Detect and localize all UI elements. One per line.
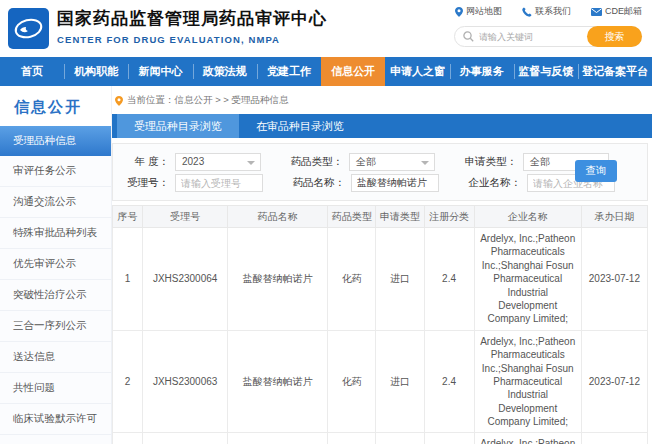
filter-row-2: 受理号： 药品名称： 企业名称： xyxy=(117,173,643,193)
table-cell: 2023-07-12 xyxy=(581,228,647,331)
table-cell: 进口 xyxy=(376,330,424,433)
tab-accepted-catalog[interactable]: 受理品种目录浏览 xyxy=(117,114,239,138)
year-label: 年 度： xyxy=(117,155,169,169)
acceptance-no-input[interactable] xyxy=(175,174,263,192)
year-select-value: 2023 xyxy=(182,156,204,167)
table-cell: 1 xyxy=(113,228,143,331)
nav-item[interactable]: 信息公开 xyxy=(321,57,385,86)
mail-icon xyxy=(591,8,602,16)
contact-link[interactable]: 联系我们 xyxy=(522,5,571,18)
drug-name-input[interactable] xyxy=(351,174,439,192)
search-icon xyxy=(463,31,474,42)
cde-mail-link[interactable]: CDE邮箱 xyxy=(591,5,642,18)
nav-item[interactable]: 办事服务 xyxy=(450,57,514,86)
table-cell: 盐酸替纳帕诺片 xyxy=(228,228,328,331)
nav-item[interactable]: 政策法规 xyxy=(193,57,257,86)
table-column-header: 注册分类 xyxy=(424,206,474,228)
sidebar-title: 信息公开 xyxy=(0,86,111,126)
tabbar: 受理品种目录浏览 在审品种目录浏览 xyxy=(112,114,652,138)
nav-item[interactable]: 首页 xyxy=(0,57,64,86)
company-name-label: 企业名称： xyxy=(463,176,521,190)
drug-type-select-value: 全部 xyxy=(356,156,376,167)
result-table: 序号受理号药品名称药品类型申请类型注册分类企业名称承办日期 1JXHS23000… xyxy=(112,205,648,444)
sidebar-item[interactable]: 突破性治疗公示 xyxy=(0,280,111,311)
nav-item[interactable]: 监督与反馈 xyxy=(514,57,578,86)
table-cell: JXHS2300064 xyxy=(143,228,228,331)
table-cell: Ardelyx, Inc.;Patheon Pharmaceuticals In… xyxy=(474,228,581,331)
chevron-down-icon xyxy=(247,161,255,165)
table-row: 1JXHS2300064盐酸替纳帕诺片化药进口2.4Ardelyx, Inc.;… xyxy=(113,228,648,331)
location-icon xyxy=(455,7,463,17)
drug-type-label: 药品类型： xyxy=(285,155,343,169)
sidebar-item[interactable]: 审评任务公示 xyxy=(0,156,111,187)
table-cell: JXHS2300063 xyxy=(143,330,228,433)
apply-type-select-value: 全部 xyxy=(530,156,550,167)
site-title-block: 国家药品监督管理局药品审评中心 CENTER FOR DRUG EVALUATI… xyxy=(57,7,327,45)
quick-links: 网站地图 联系我们 CDE邮箱 xyxy=(412,5,642,18)
sidebar-item[interactable]: 优先审评公示 xyxy=(0,249,111,280)
year-select[interactable]: 2023 xyxy=(175,153,261,171)
nav-item[interactable]: 机构职能 xyxy=(64,57,128,86)
nav-item[interactable]: 党建工作 xyxy=(257,57,321,86)
breadcrumb-pin-icon xyxy=(115,96,123,106)
sitemap-link[interactable]: 网站地图 xyxy=(455,5,502,18)
search-button[interactable]: 搜索 xyxy=(587,26,642,47)
table-cell: 进口 xyxy=(376,228,424,331)
sidebar-item[interactable]: 三合一序列公示 xyxy=(0,311,111,342)
table-cell: 盐酸替纳帕诺片 xyxy=(228,330,328,433)
nmpa-logo[interactable] xyxy=(8,8,49,49)
table-cell: 2 xyxy=(113,330,143,433)
header-right: 网站地图 联系我们 CDE邮箱 xyxy=(412,5,642,47)
table-column-header: 受理号 xyxy=(143,206,228,228)
site-search: 搜索 xyxy=(454,26,642,47)
table-cell: 盐酸替纳帕诺片 xyxy=(228,433,328,444)
table-cell: 化药 xyxy=(328,330,376,433)
sidebar-item[interactable]: 临床试验默示许可 xyxy=(0,404,111,435)
search-input[interactable] xyxy=(479,27,584,46)
nav-item[interactable]: 登记备案平台 xyxy=(578,57,652,86)
sitemap-label: 网站地图 xyxy=(466,5,502,18)
apply-type-label: 申请类型： xyxy=(459,155,517,169)
table-cell: 2.4 xyxy=(424,433,474,444)
tab-under-review-catalog[interactable]: 在审品种目录浏览 xyxy=(239,114,361,138)
table-cell: 进口 xyxy=(376,433,424,444)
sidebar-item[interactable]: 共性问题 xyxy=(0,373,111,404)
sidebar: 信息公开 受理品种信息审评任务公示沟通交流公示特殊审批品种列表优先审评公示突破性… xyxy=(0,86,112,444)
table-cell: 2.4 xyxy=(424,228,474,331)
chevron-down-icon xyxy=(421,161,429,165)
table-cell: 2.4 xyxy=(424,330,474,433)
sidebar-list: 受理品种信息审评任务公示沟通交流公示特殊审批品种列表优先审评公示突破性治疗公示三… xyxy=(0,126,111,444)
breadcrumb: 当前位置：信息公开 > > 受理品种信息 xyxy=(112,86,652,114)
table-body: 1JXHS2300064盐酸替纳帕诺片化药进口2.4Ardelyx, Inc.;… xyxy=(113,228,648,444)
page: 国家药品监督管理局药品审评中心 CENTER FOR DRUG EVALUATI… xyxy=(0,0,652,444)
table-column-header: 药品名称 xyxy=(228,206,328,228)
sidebar-item[interactable]: 特殊审批品种列表 xyxy=(0,218,111,249)
filter-panel: 年 度： 2023 药品类型： 全部 申请类型： 全部 xyxy=(112,143,648,201)
table-cell: JXHS2300062 xyxy=(143,433,228,444)
acceptance-no-label: 受理号： xyxy=(117,176,169,190)
table-header-row: 序号受理号药品名称药品类型申请类型注册分类企业名称承办日期 xyxy=(113,206,648,228)
main-content: 当前位置：信息公开 > > 受理品种信息 受理品种目录浏览 在审品种目录浏览 年… xyxy=(112,86,652,444)
table-cell: 化药 xyxy=(328,228,376,331)
main-nav: 首页机构职能新闻中心政策法规党建工作信息公开申请人之窗办事服务监督与反馈登记备案… xyxy=(0,57,652,86)
drug-type-select[interactable]: 全部 xyxy=(349,153,435,171)
contact-label: 联系我们 xyxy=(535,5,571,18)
table-column-header: 申请类型 xyxy=(376,206,424,228)
table-column-header: 序号 xyxy=(113,206,143,228)
nav-item[interactable]: 申请人之窗 xyxy=(385,57,449,86)
table-row: 2JXHS2300063盐酸替纳帕诺片化药进口2.4Ardelyx, Inc.;… xyxy=(113,330,648,433)
query-button[interactable]: 查询 xyxy=(575,160,617,182)
sidebar-item[interactable]: 送达信息 xyxy=(0,342,111,373)
table-row: 3JXHS2300062盐酸替纳帕诺片化药进口2.4Ardelyx, Inc.;… xyxy=(113,433,648,444)
nav-item[interactable]: 新闻中心 xyxy=(128,57,192,86)
table-column-header: 药品类型 xyxy=(328,206,376,228)
sidebar-item[interactable]: 上市药品信息 xyxy=(0,435,111,444)
site-subtitle: CENTER FOR DRUG EVALUATION, NMPA xyxy=(57,34,327,45)
sidebar-item[interactable]: 沟通交流公示 xyxy=(0,187,111,218)
sidebar-item[interactable]: 受理品种信息 xyxy=(0,126,111,156)
table-cell: 2023-07-12 xyxy=(581,433,647,444)
table-cell: Ardelyx, Inc.;Patheon Pharmaceuticals In… xyxy=(474,330,581,433)
site-header: 国家药品监督管理局药品审评中心 CENTER FOR DRUG EVALUATI… xyxy=(0,0,652,57)
table-cell: 化药 xyxy=(328,433,376,444)
site-title: 国家药品监督管理局药品审评中心 xyxy=(57,7,327,30)
